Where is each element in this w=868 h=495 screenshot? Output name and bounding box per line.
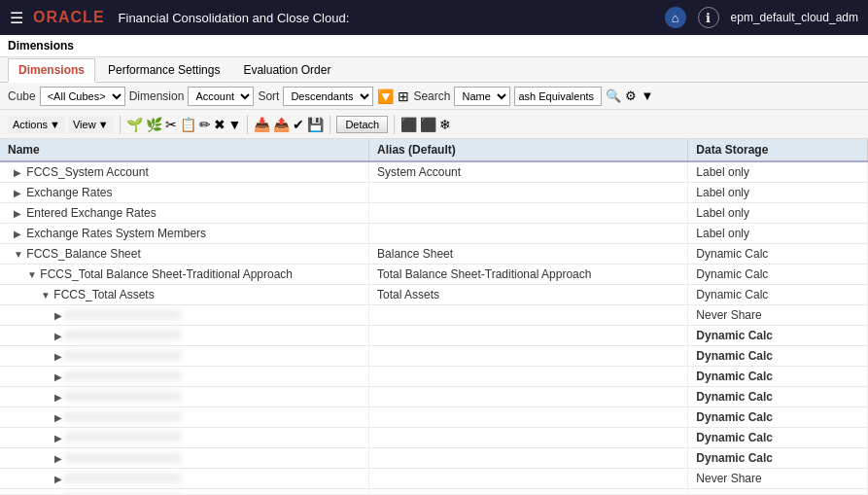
tab-dimensions[interactable]: Dimensions [8, 58, 95, 83]
align-center-icon[interactable]: ⬛ [420, 117, 436, 132]
tree-arrow[interactable] [14, 208, 23, 219]
cell-storage: Never Share [688, 489, 868, 495]
table-row[interactable]: FCCS_Total AssetsTotal AssetsDynamic Cal… [0, 285, 868, 305]
delete-icon[interactable]: ✖ [214, 117, 226, 132]
cell-storage: Dynamic Calc [688, 244, 868, 265]
tab-bar: Dimensions Performance Settings Evaluati… [0, 57, 868, 83]
info-icon[interactable]: ℹ [698, 7, 719, 28]
cell-storage: Dynamic Calc [688, 346, 868, 367]
tree-arrow[interactable] [54, 351, 64, 362]
save-icon[interactable]: 💾 [307, 117, 324, 132]
grid-icon[interactable]: ⊞ [398, 88, 409, 104]
table-row[interactable]: FCCS_System AccountSystem AccountLabel o… [0, 161, 868, 183]
header: ☰ ORACLE Financial Consolidation and Clo… [0, 0, 868, 35]
table-row[interactable]: XXXXXXXXXXXXXXXNever Share [0, 305, 868, 326]
cell-name: Exchange Rates System Members [0, 224, 369, 244]
table-row[interactable]: Entered Exchange RatesLabel only [0, 203, 868, 224]
table-row[interactable]: XXXXXXXXXXXXXXXNever Share [0, 469, 868, 489]
cell-storage: Dynamic Calc [688, 285, 868, 305]
tree-arrow[interactable] [54, 433, 64, 443]
cell-alias [369, 367, 688, 387]
tree-arrow[interactable] [14, 229, 23, 239]
copy-icon[interactable]: 📋 [180, 117, 196, 132]
cell-alias [369, 489, 688, 495]
tree-arrow[interactable] [54, 310, 64, 321]
tab-performance[interactable]: Performance Settings [97, 58, 230, 81]
dimension-select[interactable]: Account [188, 87, 254, 106]
sort-label: Sort [258, 89, 279, 103]
cell-alias [369, 428, 688, 448]
tree-arrow[interactable] [14, 167, 23, 178]
tree-arrow[interactable] [54, 371, 64, 382]
cell-name: XXXXXXXXXXXXXXX [0, 387, 369, 407]
validate-icon[interactable]: ✔ [293, 117, 304, 132]
table-row[interactable]: XXXXXXXXXXXXXXXNever Share [0, 489, 868, 495]
cell-name: FCCS_Balance Sheet [0, 244, 369, 265]
sort-select[interactable]: Descendants [283, 87, 373, 106]
filter-icon[interactable]: 🔽 [377, 88, 394, 104]
cell-name: XXXXXXXXXXXXXXX [0, 305, 369, 326]
tree-arrow[interactable] [54, 453, 64, 464]
tree-arrow[interactable] [14, 249, 23, 260]
table-row[interactable]: XXXXXXXXXXXXXXXDynamic Calc [0, 428, 868, 448]
toolbar-actions: Actions ▼ View ▼ 🌱 🌿 ✂ 📋 ✏ ✖ ▼ 📥 📤 ✔ 💾 D… [0, 110, 868, 139]
cell-name: XXXXXXXXXXXXXXX [0, 326, 369, 346]
tree-arrow[interactable] [27, 269, 37, 280]
cell-name: Exchange Rates [0, 183, 369, 203]
table-row[interactable]: XXXXXXXXXXXXXXXDynamic Calc [0, 367, 868, 387]
menu-icon[interactable]: ☰ [10, 9, 23, 27]
settings-icon[interactable]: ⚙ [625, 88, 637, 103]
cell-alias [369, 346, 688, 367]
cube-select[interactable]: <All Cubes> [40, 87, 125, 106]
tree-arrow[interactable] [14, 188, 23, 198]
table-row[interactable]: XXXXXXXXXXXXXXXDynamic Calc [0, 448, 868, 469]
table-row[interactable]: XXXXXXXXXXXXXXXDynamic Calc [0, 387, 868, 407]
edit-icon[interactable]: ✏ [199, 117, 211, 132]
table-row[interactable]: XXXXXXXXXXXXXXXDynamic Calc [0, 326, 868, 346]
tree-arrow[interactable] [54, 331, 64, 341]
tree-arrow[interactable] [54, 392, 64, 403]
detach-btn[interactable]: Detach [336, 116, 388, 133]
filter2-icon[interactable]: ▼ [641, 88, 653, 103]
user-label: epm_default_cloud_adm [731, 11, 858, 24]
dimensions-section-label: Dimensions [0, 35, 868, 57]
table-row[interactable]: Exchange Rates System MembersLabel only [0, 224, 868, 244]
tree-arrow[interactable] [54, 412, 64, 423]
cut-icon[interactable]: ✂ [165, 117, 177, 132]
table-row[interactable]: FCCS_Total Balance Sheet-Traditional App… [0, 265, 868, 285]
search-input[interactable] [514, 87, 602, 106]
cube-label: Cube [8, 89, 36, 103]
export-icon[interactable]: 📤 [273, 117, 290, 132]
cell-name: XXXXXXXXXXXXXXX [0, 428, 369, 448]
col-header-name: Name [0, 139, 369, 161]
freeze-icon[interactable]: ❄ [439, 117, 451, 132]
table-row[interactable]: XXXXXXXXXXXXXXXDynamic Calc [0, 346, 868, 367]
search-icon[interactable]: 🔍 [606, 88, 621, 103]
table-row[interactable]: XXXXXXXXXXXXXXXDynamic Calc [0, 407, 868, 428]
import-icon[interactable]: 📥 [254, 117, 270, 132]
cell-storage: Never Share [688, 469, 868, 489]
cell-alias: System Account [369, 161, 688, 183]
add-child-icon[interactable]: 🌱 [126, 117, 143, 132]
cell-storage: Dynamic Calc [688, 428, 868, 448]
table-row[interactable]: FCCS_Balance SheetBalance SheetDynamic C… [0, 244, 868, 265]
more-icon[interactable]: ▼ [228, 117, 242, 132]
cell-alias [369, 326, 688, 346]
header-icons: ⌂ ℹ epm_default_cloud_adm [665, 7, 858, 28]
actions-btn[interactable]: Actions ▼ [8, 116, 65, 133]
add-sibling-icon[interactable]: 🌿 [146, 117, 162, 132]
view-btn[interactable]: View ▼ [68, 116, 114, 133]
tree-arrow[interactable] [54, 474, 64, 484]
table-row[interactable]: Exchange RatesLabel only [0, 183, 868, 203]
align-left-icon[interactable]: ⬛ [400, 117, 417, 132]
cell-storage: Dynamic Calc [688, 407, 868, 428]
tab-evaluation[interactable]: Evaluation Order [232, 58, 341, 81]
dimensions-table: Name Alias (Default) Data Storage FCCS_S… [0, 139, 868, 494]
cell-storage: Label only [688, 203, 868, 224]
tree-arrow[interactable] [41, 290, 51, 301]
home-icon[interactable]: ⌂ [665, 7, 686, 28]
search-type-select[interactable]: Name [454, 87, 510, 106]
cell-name: XXXXXXXXXXXXXXX [0, 367, 369, 387]
cell-alias: Total Assets [369, 285, 688, 305]
cell-storage: Dynamic Calc [688, 326, 868, 346]
